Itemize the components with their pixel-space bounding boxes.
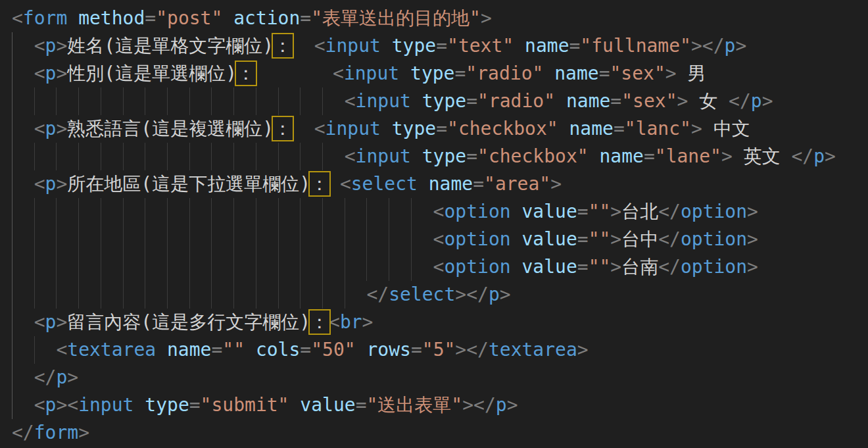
- code-attribute-value: "checkbox": [477, 145, 589, 167]
- code-punctuation: >: [455, 339, 466, 361]
- code-punctuation: <: [314, 118, 326, 139]
- code-whitespace: [255, 62, 333, 84]
- code-punctuation: >: [825, 145, 836, 167]
- code-tag-name: select: [351, 173, 418, 195]
- code-punctuation: <: [34, 118, 45, 139]
- indent-guide: [256, 198, 256, 226]
- code-whitespace: [381, 35, 392, 57]
- indent-guide: [123, 281, 124, 309]
- code-punctuation: =: [454, 62, 466, 84]
- code-punctuation: =: [473, 173, 484, 195]
- code-whitespace: [292, 35, 314, 57]
- code-line[interactable]: <input type="checkbox" name="lane"> 英文 <…: [12, 143, 868, 170]
- code-tag-name: option: [444, 228, 510, 250]
- code-punctuation: =: [189, 394, 201, 416]
- code-punctuation: =: [577, 201, 589, 222]
- code-attribute-name: type: [422, 145, 466, 167]
- code-tag-name: p: [56, 366, 67, 388]
- code-line[interactable]: <option value="">台南</option>: [12, 253, 868, 281]
- indent-guide: [12, 170, 12, 198]
- code-attribute-name: name: [429, 173, 473, 195]
- code-punctuation: <: [345, 145, 356, 167]
- indent-guide: [278, 198, 279, 226]
- indent-guide: [145, 253, 145, 281]
- indent-guide: [366, 198, 367, 226]
- code-line[interactable]: <p>留言內容(這是多行文字欄位)：<br>: [12, 309, 868, 336]
- indent-guide: [233, 226, 234, 253]
- code-attribute-value: "radio": [466, 62, 543, 84]
- code-line[interactable]: <form method="post" action="表單送出的目的地">: [12, 5, 868, 32]
- code-attribute-value: "submit": [201, 394, 289, 416]
- code-text: 男: [677, 62, 706, 84]
- code-attribute-value: "5": [422, 339, 456, 361]
- indent-guide: [211, 253, 212, 281]
- indent-guide: [322, 281, 323, 309]
- indent-guide: [411, 253, 412, 281]
- code-punctuation: >: [665, 62, 677, 84]
- code-punctuation: >: [610, 201, 621, 222]
- indent-guide: [123, 143, 124, 170]
- indent-guide: [211, 143, 212, 170]
- indent-guide: [233, 198, 234, 226]
- code-attribute-name: type: [392, 35, 436, 57]
- code-line[interactable]: <p><input type="submit" value="送出表單"></p…: [12, 391, 868, 419]
- code-attribute-name: value: [521, 201, 577, 222]
- code-punctuation: <: [34, 311, 45, 333]
- code-punctuation: </: [729, 90, 751, 112]
- indent-guide: [34, 198, 35, 226]
- code-whitespace: [356, 339, 367, 361]
- unicode-highlighted-char: ：: [274, 118, 292, 139]
- indent-guide: [322, 87, 323, 115]
- code-line[interactable]: <input type="radio" name="sex"> 女 </p>: [12, 87, 868, 115]
- code-punctuation: </: [658, 256, 681, 278]
- code-line[interactable]: <option value="">台北</option>: [12, 198, 868, 226]
- code-attribute-name: name: [599, 145, 643, 167]
- indent-guide: [189, 143, 190, 170]
- code-punctuation: <: [34, 173, 45, 195]
- code-line[interactable]: </form>: [12, 419, 868, 447]
- code-whitespace: [67, 7, 78, 29]
- leading-indent: [12, 256, 433, 278]
- indent-guide: [78, 198, 79, 226]
- indent-guide: [300, 226, 301, 253]
- code-whitespace: [133, 394, 145, 416]
- indent-guide: [256, 226, 256, 253]
- code-punctuation: =: [356, 394, 367, 416]
- code-attribute-name: type: [422, 90, 466, 112]
- code-punctuation: =: [599, 62, 610, 84]
- indent-guide: [123, 87, 124, 115]
- indent-guide: [78, 281, 79, 309]
- code-line[interactable]: <p>所在地區(這是下拉選單欄位)： <select name="area">: [12, 170, 868, 198]
- code-attribute-value: "sex": [621, 90, 677, 112]
- code-line[interactable]: <textarea name="" cols="50" rows="5"></t…: [12, 336, 868, 364]
- indent-guide: [345, 253, 345, 281]
- code-tag-name: textarea: [67, 339, 156, 361]
- indent-guide: [411, 198, 412, 226]
- indent-guide: [101, 253, 101, 281]
- indent-guide: [233, 143, 234, 170]
- code-line[interactable]: <p>熟悉語言(這是複選欄位)： <input type="checkbox" …: [12, 115, 868, 143]
- code-line[interactable]: <option value="">台中</option>: [12, 226, 868, 253]
- code-punctuation: <: [433, 228, 445, 250]
- code-editor[interactable]: <form method="post" action="表單送出的目的地"> <…: [0, 0, 868, 448]
- code-punctuation: <: [34, 35, 45, 57]
- code-line[interactable]: </select></p>: [12, 281, 868, 309]
- code-punctuation: =: [466, 90, 477, 112]
- code-line[interactable]: <p>姓名(這是單格文字欄位)： <input type="text" name…: [12, 32, 868, 60]
- leading-indent: [12, 228, 433, 250]
- indent-guide: [189, 281, 190, 309]
- code-punctuation: >: [56, 311, 67, 333]
- code-line[interactable]: </p>: [12, 364, 868, 391]
- indent-guide: [123, 253, 124, 281]
- indent-guide: [56, 253, 57, 281]
- code-whitespace: [511, 256, 522, 278]
- indent-guide: [78, 253, 79, 281]
- code-attribute-value: "lane": [655, 145, 721, 167]
- code-whitespace: [511, 201, 522, 222]
- code-punctuation: >: [747, 201, 758, 222]
- indent-guide: [300, 253, 301, 281]
- code-punctuation: >: [762, 90, 773, 112]
- code-punctuation: >: [550, 173, 562, 195]
- indent-guide: [300, 198, 301, 226]
- code-line[interactable]: <p>性別(這是單選欄位)： <input type="radio" name=…: [12, 60, 868, 87]
